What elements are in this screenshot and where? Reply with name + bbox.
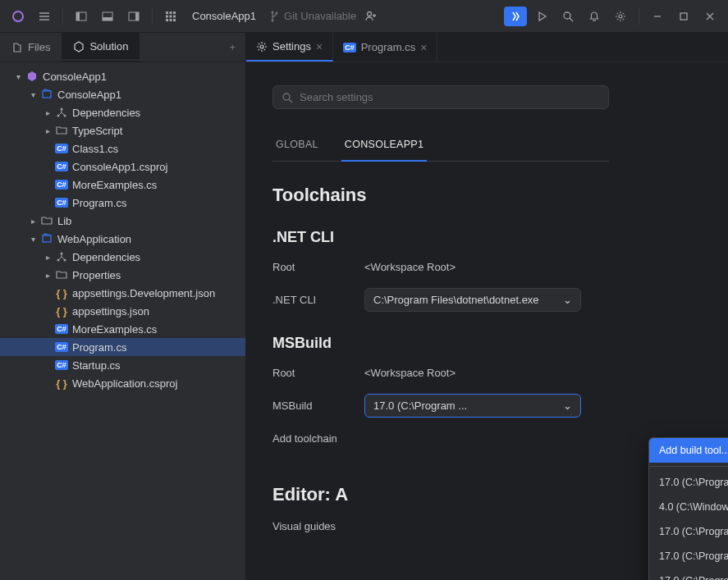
app-logo-icon[interactable]	[7, 5, 30, 28]
editor-tabs: Settings × C# Program.cs ×	[246, 33, 728, 62]
svg-rect-22	[680, 13, 687, 20]
run-button[interactable]	[504, 7, 527, 26]
folder-icon	[39, 215, 54, 226]
panel-left-icon[interactable]	[70, 5, 93, 28]
chevron-icon[interactable]: ▾	[26, 90, 39, 99]
close-icon[interactable]: ×	[316, 40, 323, 53]
dropdown-item[interactable]: 17.0 (C:\Program Files\Microsof...Build\…	[649, 519, 728, 544]
svg-rect-2	[76, 12, 80, 21]
add-user-icon[interactable]	[359, 5, 382, 28]
json-icon: { }	[54, 305, 69, 317]
play-icon[interactable]	[530, 5, 553, 28]
field-label: Root	[272, 261, 364, 273]
gear-icon[interactable]	[609, 5, 632, 28]
svg-rect-4	[103, 17, 112, 21]
field-label: MSBuild	[272, 400, 364, 412]
add-toolchain-link[interactable]: Add toolchain	[272, 432, 364, 445]
field-value: <Workspace Root>	[364, 367, 456, 379]
tree-label: Program.cs	[72, 197, 126, 209]
cs-icon: C#	[54, 342, 69, 352]
minimize-icon[interactable]	[646, 5, 669, 28]
solution-icon	[73, 41, 85, 53]
tree-row[interactable]: { }appsettings.json	[0, 302, 245, 320]
tree-row[interactable]: ▸Dependencies	[0, 103, 245, 121]
search-icon[interactable]	[556, 5, 579, 28]
close-icon[interactable]: ×	[420, 41, 427, 54]
dropdown-item-add[interactable]: Add build tool...	[649, 438, 728, 463]
project-tab-global[interactable]: GLOBAL	[272, 132, 322, 161]
dep-icon	[54, 107, 69, 118]
hamburger-icon[interactable]	[33, 5, 56, 28]
maximize-icon[interactable]	[672, 5, 695, 28]
field-row: MSBuild 17.0 (C:\Program ... ⌄	[272, 394, 702, 418]
tree-row[interactable]: C#ConsoleApp1.csproj	[0, 158, 245, 176]
chevron-icon[interactable]: ▸	[26, 217, 39, 226]
search-icon	[282, 92, 293, 103]
dropdown-item[interactable]: 17.0 (C:\Program Files\Microsof...urrent…	[649, 544, 728, 569]
tab-settings[interactable]: Settings ×	[246, 33, 333, 62]
close-icon[interactable]	[698, 5, 721, 28]
git-status[interactable]: Git Unavailable	[269, 10, 356, 22]
sidebar-tab-files[interactable]: Files	[0, 33, 62, 62]
tree-row[interactable]: ▸Properties	[0, 266, 245, 284]
field-row: Root <Workspace Root>	[272, 367, 702, 379]
search-field[interactable]	[300, 91, 600, 103]
select-value: C:\Program Files\dotnet\dotnet.exe	[373, 294, 539, 306]
tree-row[interactable]: ▾ConsoleApp1	[0, 67, 245, 85]
tree-row[interactable]: { }WebApplication.csproj	[0, 374, 245, 392]
tree-label: MoreExamples.cs	[72, 179, 157, 191]
grid-icon[interactable]	[159, 5, 182, 28]
svg-point-16	[272, 11, 274, 13]
sidebar-tabs: Files Solution +	[0, 33, 245, 62]
cs-icon: C#	[54, 360, 69, 370]
search-settings-input[interactable]	[272, 85, 609, 109]
tab-program-cs[interactable]: C# Program.cs ×	[333, 33, 437, 62]
dropdown-item[interactable]: 17.0 (C:\Program Files\dotnet\sdk\7.0.10…	[649, 569, 728, 580]
tree-row[interactable]: { }appsettings.Development.json	[0, 284, 245, 302]
field-label: Root	[272, 367, 364, 379]
chevron-icon[interactable]: ▸	[41, 108, 54, 117]
chevron-icon[interactable]: ▾	[26, 235, 39, 244]
project-tab-current[interactable]: CONSOLEAPP1	[341, 132, 427, 162]
tree-row[interactable]: ▸Dependencies	[0, 248, 245, 266]
sidebar-tab-solution[interactable]: Solution	[62, 33, 140, 62]
svg-rect-13	[166, 19, 168, 21]
tree-row[interactable]: C#MoreExamples.cs	[0, 320, 245, 338]
chevron-down-icon: ⌄	[563, 294, 572, 306]
tree-row[interactable]: C#Program.cs	[0, 338, 245, 356]
add-tab-button[interactable]: +	[219, 33, 245, 62]
chevron-icon[interactable]: ▸	[41, 271, 54, 280]
svg-rect-14	[170, 19, 172, 21]
svg-point-21	[619, 15, 622, 18]
csproj-icon	[39, 89, 54, 100]
tree-row[interactable]: ▸Lib	[0, 212, 245, 230]
tree-label: appsettings.Development.json	[72, 287, 215, 299]
chevron-icon[interactable]: ▾	[11, 72, 25, 81]
csproj-icon	[39, 233, 54, 244]
panel-right-icon[interactable]	[122, 5, 145, 28]
chevron-icon[interactable]: ▸	[41, 126, 54, 135]
tree-row[interactable]: C#Class1.cs	[0, 139, 245, 158]
tree-row[interactable]: C#Program.cs	[0, 194, 245, 212]
tab-label: Settings	[272, 40, 311, 53]
dropdown-item[interactable]: 17.0 (C:\Program Files\dotnet\s...0\MSBu…	[649, 470, 728, 495]
tree-row[interactable]: C#MoreExamples.cs	[0, 176, 245, 194]
dropdown-item[interactable]: 4.0 (C:\Windows\Microsoft.NET...work\v4.…	[649, 495, 728, 519]
field-label: .NET CLI	[272, 294, 364, 306]
panel-bottom-icon[interactable]	[96, 5, 119, 28]
svg-rect-11	[170, 15, 172, 17]
msbuild-select[interactable]: 17.0 (C:\Program ... ⌄	[364, 394, 581, 418]
netcli-select[interactable]: C:\Program Files\dotnet\dotnet.exe ⌄	[364, 288, 581, 312]
tree-label: Startup.cs	[72, 359, 121, 372]
tree-row[interactable]: ▾WebApplication	[0, 230, 245, 248]
separator	[152, 8, 153, 25]
gear-icon	[256, 41, 268, 53]
tree-row[interactable]: ▸TypeScript	[0, 121, 245, 139]
tree-row[interactable]: C#Startup.cs	[0, 356, 245, 374]
chevron-icon[interactable]: ▸	[41, 253, 54, 262]
bell-icon[interactable]	[583, 5, 606, 28]
tree-row[interactable]: ▾ConsoleApp1	[0, 85, 245, 103]
svg-point-20	[564, 12, 570, 19]
project-tabs: GLOBAL CONSOLEAPP1	[272, 132, 609, 162]
folder-icon	[54, 269, 69, 281]
